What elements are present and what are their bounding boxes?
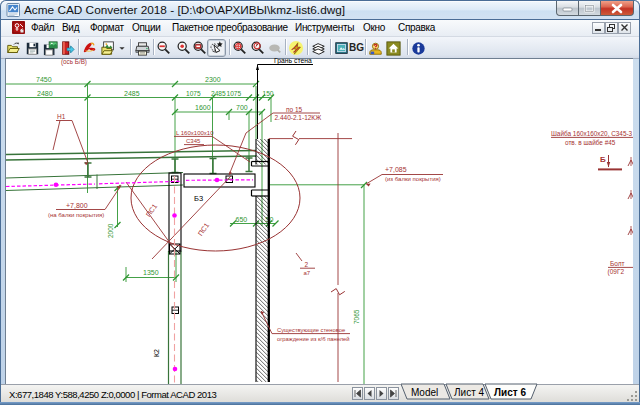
svg-text:+7,800: +7,800 — [66, 202, 88, 209]
svg-text:7065: 7065 — [353, 309, 360, 324]
svg-text:2000: 2000 — [107, 223, 114, 238]
svg-text:Лист 4: Лист 4 — [454, 387, 485, 398]
svg-text:+7,085: +7,085 — [385, 166, 407, 173]
svg-text:7450: 7450 — [36, 76, 52, 83]
svg-text:Существующие стеновое: Существующие стеновое — [277, 327, 345, 333]
svg-text:1600: 1600 — [195, 104, 211, 111]
svg-text:(на балки покрытия): (на балки покрытия) — [48, 212, 104, 218]
svg-text:ПС1: ПС1 — [144, 203, 158, 219]
svg-text:Б3: Б3 — [194, 194, 203, 203]
svg-text:2480: 2480 — [37, 90, 53, 97]
svg-text:Болт: Болт — [610, 260, 625, 267]
svg-text:(ось Б/В): (ось Б/В) — [61, 58, 87, 66]
svg-text:1350: 1350 — [143, 269, 159, 276]
svg-text:а7: а7 — [304, 270, 311, 276]
svg-text:700: 700 — [236, 104, 248, 111]
svg-text:2300: 2300 — [205, 76, 221, 83]
svg-text:2485: 2485 — [124, 90, 140, 97]
svg-text:(09Г2: (09Г2 — [608, 268, 625, 276]
svg-text:150: 150 — [263, 90, 274, 97]
svg-text:2: 2 — [305, 261, 309, 268]
svg-text:отв. в шайбе #45: отв. в шайбе #45 — [565, 139, 616, 146]
svg-text:2.440-2.1-12КЖ: 2.440-2.1-12КЖ — [275, 114, 322, 121]
svg-text:1075: 1075 — [227, 90, 242, 97]
svg-text:по 15: по 15 — [286, 106, 303, 113]
svg-text:Б: Б — [600, 155, 606, 164]
svg-text:Model: Model — [411, 387, 438, 398]
svg-text:ПС1: ПС1 — [196, 222, 210, 238]
svg-text:ограждение из к/б панелей: ограждение из к/б панелей — [277, 336, 350, 342]
svg-text:(из балки покрытия): (из балки покрытия) — [385, 176, 441, 182]
svg-text:Н1: Н1 — [57, 113, 66, 120]
svg-text:Шайба 160х160х20, С345-3: Шайба 160х160х20, С345-3 — [551, 130, 633, 137]
svg-text:L 160x100x10: L 160x100x10 — [176, 130, 214, 136]
svg-text:С345: С345 — [186, 138, 201, 144]
svg-text:650: 650 — [236, 216, 248, 223]
svg-text:К2: К2 — [153, 349, 160, 357]
svg-text:Грань стена: Грань стена — [274, 58, 312, 65]
svg-text:2485: 2485 — [211, 90, 226, 97]
svg-text:1075: 1075 — [186, 90, 201, 97]
svg-text:Лист 6: Лист 6 — [494, 387, 526, 398]
